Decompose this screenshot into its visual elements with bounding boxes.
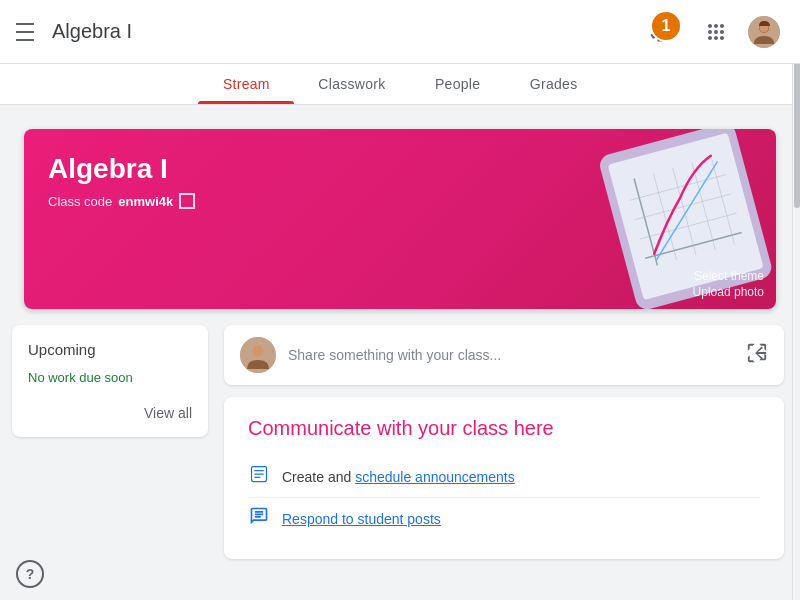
upcoming-card: Upcoming No work due soon View all bbox=[12, 325, 208, 437]
apps-button[interactable] bbox=[696, 12, 736, 52]
svg-point-16 bbox=[253, 346, 264, 357]
hero-actions: Select theme Upload photo bbox=[693, 269, 764, 299]
right-content: Share something with your class... Commu… bbox=[220, 309, 800, 600]
class-code-area: Class code enmwi4k bbox=[48, 193, 195, 209]
communicate-item-posts: Respond to student posts bbox=[248, 498, 760, 539]
menu-button[interactable] bbox=[16, 20, 40, 44]
tab-grades[interactable]: Grades bbox=[506, 64, 602, 104]
communicate-card: Communicate with your class here Create … bbox=[224, 397, 784, 559]
repost-icon bbox=[746, 342, 768, 364]
avatar-button[interactable] bbox=[744, 12, 784, 52]
app-header: Algebra I 1 bbox=[0, 0, 800, 64]
avatar-image bbox=[748, 16, 780, 48]
class-code-value: enmwi4k bbox=[118, 194, 173, 209]
posts-icon bbox=[248, 506, 270, 531]
tab-classwork[interactable]: Classwork bbox=[294, 64, 409, 104]
nav-tabs: Stream Classwork People Grades bbox=[0, 64, 800, 105]
view-all-area: View all bbox=[28, 405, 192, 421]
left-sidebar: Upcoming No work due soon View all bbox=[0, 309, 220, 600]
notification-badge[interactable]: 1 bbox=[650, 10, 682, 42]
help-button-area: ? bbox=[16, 560, 44, 588]
hero-title: Algebra I bbox=[48, 153, 195, 185]
main-content: Upcoming No work due soon View all Share… bbox=[0, 309, 800, 600]
app-title: Algebra I bbox=[52, 20, 132, 43]
share-card: Share something with your class... bbox=[224, 325, 784, 385]
user-avatar bbox=[748, 16, 780, 48]
hero-banner: Algebra I Class code enmwi4k bbox=[24, 129, 776, 309]
no-work-label: No work due soon bbox=[28, 370, 192, 385]
tab-people[interactable]: People bbox=[410, 64, 506, 104]
help-button[interactable]: ? bbox=[16, 560, 44, 588]
hero-text-area: Algebra I Class code enmwi4k bbox=[48, 153, 195, 209]
share-refresh-icon[interactable] bbox=[746, 342, 768, 369]
communicate-title: Communicate with your class here bbox=[248, 417, 760, 440]
tab-stream[interactable]: Stream bbox=[198, 64, 294, 104]
share-avatar bbox=[240, 337, 276, 373]
select-theme-button[interactable]: Select theme bbox=[694, 269, 764, 283]
class-code-label: Class code bbox=[48, 194, 112, 209]
expand-icon[interactable] bbox=[179, 193, 195, 209]
communicate-item-announcements: Create and schedule announcements bbox=[248, 456, 760, 498]
view-all-button[interactable]: View all bbox=[144, 405, 192, 421]
upcoming-title: Upcoming bbox=[28, 341, 192, 358]
announcements-text: Create and schedule announcements bbox=[282, 469, 515, 485]
upload-photo-button[interactable]: Upload photo bbox=[693, 285, 764, 299]
schedule-announcements-link[interactable]: schedule announcements bbox=[355, 469, 515, 485]
page-scrollbar[interactable] bbox=[792, 0, 800, 600]
share-avatar-image bbox=[240, 337, 276, 373]
grid-icon bbox=[704, 20, 728, 44]
share-input[interactable]: Share something with your class... bbox=[288, 347, 734, 363]
header-left: Algebra I bbox=[16, 20, 640, 44]
student-posts-text: Respond to student posts bbox=[282, 511, 441, 527]
header-right: 1 bbox=[640, 12, 784, 52]
respond-posts-link[interactable]: Respond to student posts bbox=[282, 511, 441, 527]
announcement-icon bbox=[248, 464, 270, 489]
